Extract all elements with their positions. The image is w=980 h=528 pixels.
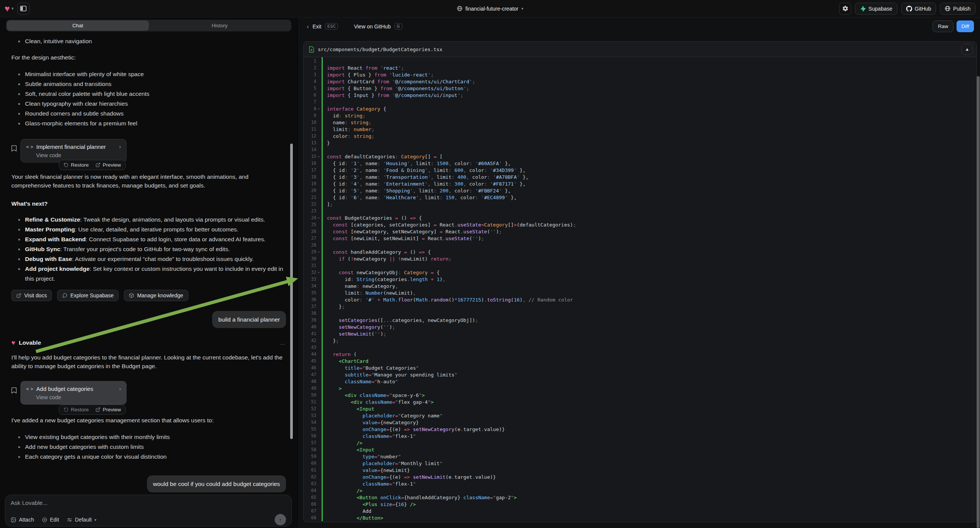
line-number: 67 bbox=[304, 508, 316, 514]
code-line: 64 /> bbox=[304, 487, 977, 494]
attach-button[interactable]: Attach bbox=[11, 517, 34, 523]
list-item: Add new budget categories with custom li… bbox=[11, 442, 286, 452]
whats-next-heading: What's next? bbox=[11, 200, 286, 207]
image-icon bbox=[11, 517, 16, 523]
line-number: 16 bbox=[304, 161, 316, 166]
line-number: 23 bbox=[304, 208, 316, 214]
list-item: Subtle animations and transitions bbox=[11, 79, 286, 89]
raw-toggle-button[interactable]: Raw bbox=[933, 21, 953, 32]
globe-icon bbox=[457, 6, 462, 11]
restore-button[interactable]: Restore bbox=[60, 162, 92, 168]
file-header[interactable]: src/components/budget/BudgetCategories.t… bbox=[304, 42, 977, 57]
view-on-github-button[interactable]: View on GitHub bbox=[354, 24, 391, 30]
settings-button[interactable] bbox=[839, 3, 851, 15]
code-lines: 12import React from 'react';3import { Pl… bbox=[304, 57, 977, 521]
chat-input[interactable] bbox=[11, 499, 286, 509]
tab-chat[interactable]: Chat bbox=[7, 21, 149, 31]
manage-knowledge-button[interactable]: Manage knowledge bbox=[124, 290, 188, 301]
logo-chevron-down-icon[interactable]: ▾ bbox=[11, 6, 14, 11]
edit-card-add-budget-categories[interactable]: < > Add budget categories › View code bbox=[21, 381, 127, 404]
design-heading: For the design aesthetic: bbox=[11, 53, 286, 62]
code-line: 26 const [newCategory, setNewCategory] =… bbox=[304, 228, 977, 235]
code-scrollbar[interactable] bbox=[977, 76, 980, 528]
line-number: 65 bbox=[304, 495, 316, 500]
code-line: 21 { id: '6', name: 'Healthcare', limit:… bbox=[304, 194, 977, 201]
send-button[interactable]: ↑ bbox=[275, 514, 286, 525]
view-code-link[interactable]: View code bbox=[36, 394, 121, 400]
supabase-button[interactable]: Supabase bbox=[855, 3, 897, 15]
code-line: 60 placeholder="Monthly limit" bbox=[304, 460, 977, 467]
external-link-icon bbox=[16, 293, 21, 298]
code-panel: ‹ Exit ESC View on GitHub G Raw Diff src… bbox=[298, 17, 980, 528]
line-number: 50 bbox=[304, 393, 316, 398]
bookmark-icon[interactable] bbox=[11, 387, 17, 404]
line-number: 1 bbox=[304, 58, 316, 64]
collapse-file-button[interactable]: ▲ bbox=[961, 44, 973, 55]
diff-file-card: src/components/budget/BudgetCategories.t… bbox=[303, 41, 977, 522]
line-number: 15 bbox=[304, 154, 316, 159]
whats-next-list: Refine & Customize: Tweak the design, an… bbox=[11, 215, 286, 284]
code-line: 32› const newCategoryObj: Category = { bbox=[304, 269, 977, 276]
code-line: 3import { Plus } from 'lucide-react'; bbox=[304, 71, 977, 78]
list-item: GitHub Sync: Transfer your project's cod… bbox=[11, 244, 286, 254]
line-number: 44 bbox=[304, 351, 316, 357]
code-line: 37 }; bbox=[304, 303, 977, 310]
back-chevron-icon[interactable]: ‹ bbox=[307, 23, 309, 30]
view-code-link[interactable]: View code bbox=[36, 152, 121, 158]
restore-button[interactable]: Restore bbox=[60, 407, 92, 412]
line-number: 55 bbox=[304, 426, 316, 432]
line-number: 32 bbox=[304, 270, 316, 275]
chevron-right-icon: › bbox=[119, 144, 121, 149]
edit-card-implement-financial-planner[interactable]: < > Implement financial planner › View c… bbox=[21, 139, 127, 162]
chat-scrollbar[interactable] bbox=[290, 143, 293, 439]
list-item: Refine & Customize: Tweak the design, an… bbox=[11, 215, 286, 224]
code-line: 50 <div className="space-y-6"> bbox=[304, 392, 977, 398]
line-number: 60 bbox=[304, 461, 316, 466]
diff-toggle-button[interactable]: Diff bbox=[956, 21, 974, 32]
line-number: 62 bbox=[304, 474, 316, 480]
lovable-heart-icon: ♥ bbox=[11, 339, 16, 346]
code-line: 62 onChange={(e) => setNewLimit(e.target… bbox=[304, 474, 977, 480]
code-line: 68 </Button> bbox=[304, 514, 977, 521]
tab-history[interactable]: History bbox=[149, 21, 291, 31]
code-line: 1 bbox=[304, 57, 977, 64]
fold-chevron-icon[interactable]: › bbox=[316, 250, 321, 254]
preview-button[interactable]: Preview bbox=[92, 162, 124, 168]
code-line: 18 { id: '3', name: 'Transportation', li… bbox=[304, 173, 977, 180]
project-switcher[interactable]: financial-future-creator ▾ bbox=[457, 6, 523, 12]
restore-icon bbox=[64, 407, 68, 412]
line-number: 7 bbox=[304, 99, 316, 105]
list-item: View existing budget categories with the… bbox=[11, 432, 286, 442]
line-number: 48 bbox=[304, 379, 316, 384]
code-line: 66 <Plus size={16} /> bbox=[304, 501, 977, 507]
line-number: 54 bbox=[304, 420, 316, 425]
explore-supabase-button[interactable]: Explore Supabase bbox=[57, 290, 119, 301]
publish-button[interactable]: Publish bbox=[940, 3, 975, 15]
line-number: 11 bbox=[304, 127, 316, 132]
fold-chevron-icon[interactable]: › bbox=[316, 270, 321, 275]
fold-chevron-icon[interactable]: › bbox=[316, 216, 321, 220]
lovable-logo-icon[interactable]: ♥ bbox=[5, 4, 10, 13]
bullet-icon bbox=[18, 436, 20, 438]
visit-docs-button[interactable]: Visit docs bbox=[11, 290, 52, 301]
chat-message-list[interactable]: Clean, intuitive navigation For the desi… bbox=[0, 33, 298, 493]
gear-icon bbox=[842, 5, 848, 12]
suggestion-chips: Visit docs Explore Supabase Manage knowl… bbox=[11, 290, 286, 301]
exit-button[interactable]: Exit bbox=[312, 24, 321, 30]
code-line: 47 subtitle="Manage your spending limits… bbox=[304, 371, 977, 378]
bookmark-icon[interactable] bbox=[11, 145, 17, 162]
github-button[interactable]: GitHub bbox=[901, 3, 936, 15]
chat-history-tabs: Chat History bbox=[6, 20, 291, 32]
fold-chevron-icon[interactable]: › bbox=[316, 154, 321, 159]
edit-card-title: Add budget categories bbox=[37, 386, 93, 392]
code-line: 23 bbox=[304, 208, 977, 215]
code-area[interactable]: 12import React from 'react';3import { Pl… bbox=[304, 57, 977, 521]
model-select[interactable]: Default ▾ bbox=[67, 517, 96, 523]
preview-button[interactable]: Preview bbox=[92, 407, 124, 412]
message-menu-button[interactable]: … bbox=[280, 340, 286, 346]
sidebar-toggle-button[interactable] bbox=[18, 3, 30, 15]
code-line: 42 }; bbox=[304, 337, 977, 344]
fold-chevron-icon[interactable]: › bbox=[316, 107, 321, 111]
edit-mode-button[interactable]: Edit bbox=[42, 517, 59, 523]
tab-history-label: History bbox=[212, 23, 228, 29]
